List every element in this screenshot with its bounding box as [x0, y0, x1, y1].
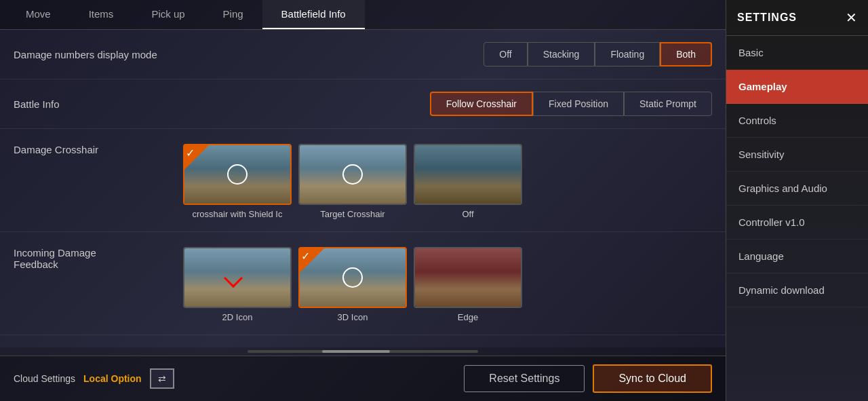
top-tabs: Move Items Pick up Ping Battlefield Info — [0, 0, 726, 30]
battle-info-label: Battle Info — [14, 98, 163, 110]
settings-body: Damage numbers display mode Off Stacking… — [0, 30, 726, 347]
tab-ping[interactable]: Ping — [204, 0, 262, 29]
tab-items[interactable]: Items — [70, 0, 133, 29]
sync-cloud-button[interactable]: Sync to Cloud — [593, 364, 712, 393]
sidebar-item-controls[interactable]: Controls — [726, 104, 868, 138]
local-option-label: Local Option — [83, 373, 142, 384]
damage-floating-btn[interactable]: Floating — [595, 42, 660, 66]
crosshair-card-off[interactable]: Off — [414, 144, 522, 219]
game-bg-3 — [415, 145, 521, 204]
sidebar-item-gameplay[interactable]: Gameplay — [726, 70, 868, 104]
damage-crosshair-label: Damage Crosshair — [14, 144, 163, 155]
sidebar-header: SETTINGS ✕ — [726, 0, 868, 36]
sidebar-title: SETTINGS — [737, 12, 797, 24]
crosshair-img-target — [298, 144, 407, 205]
fixed-position-btn[interactable]: Fixed Position — [533, 92, 624, 116]
game-bg-6 — [415, 248, 521, 307]
sidebar-item-basic[interactable]: Basic — [726, 36, 868, 70]
crosshair-card-shield[interactable]: ✓ crosshair with Shield Ic — [183, 144, 292, 219]
tab-move[interactable]: Move — [7, 0, 70, 29]
damage-img-3d: ✓ — [298, 247, 407, 308]
scroll-bar-track — [248, 350, 478, 353]
sidebar: SETTINGS ✕ Basic Gameplay Controls Sensi… — [726, 0, 868, 401]
crosshair-card-target[interactable]: Target Crosshair — [298, 144, 407, 219]
sidebar-item-dynamic-download[interactable]: Dynamic download — [726, 273, 868, 307]
crosshair-img-off — [414, 144, 522, 205]
tab-pickup[interactable]: Pick up — [132, 0, 203, 29]
crosshair-label-target: Target Crosshair — [320, 209, 384, 219]
red-arrow-indicator — [224, 269, 243, 288]
damage-card-2d[interactable]: 2D Icon — [183, 247, 292, 322]
sidebar-item-graphics-audio[interactable]: Graphics and Audio — [726, 172, 868, 206]
damage-off-btn[interactable]: Off — [484, 42, 527, 66]
crosshair-3d — [342, 267, 363, 288]
tab-battlefield-info[interactable]: Battlefield Info — [262, 0, 365, 29]
damage-both-btn[interactable]: Both — [660, 42, 712, 66]
sidebar-item-sensitivity[interactable]: Sensitivity — [726, 138, 868, 172]
sidebar-item-controller[interactable]: Controller v1.0 — [726, 206, 868, 240]
damage-label-edge: Edge — [458, 312, 478, 322]
damage-display-row: Damage numbers display mode Off Stacking… — [0, 30, 726, 79]
game-bg-2 — [300, 145, 406, 204]
scroll-bar-thumb[interactable] — [322, 350, 390, 353]
incoming-damage-label: Incoming Damage Feedback — [14, 247, 163, 270]
damage-label-2d: 2D Icon — [222, 312, 253, 322]
reset-settings-button[interactable]: Reset Settings — [464, 365, 585, 392]
game-bg-1 — [184, 145, 290, 204]
damage-img-2d — [183, 247, 292, 308]
crosshair-label-off: Off — [462, 209, 473, 219]
crosshair-img-shield: ✓ — [183, 144, 292, 205]
incoming-damage-cards: 2D Icon ✓ 3D Icon Edge — [183, 247, 522, 322]
scroll-bar-container — [0, 347, 726, 356]
main-content: Move Items Pick up Ping Battlefield Info… — [0, 0, 726, 401]
game-bg-4 — [184, 248, 290, 307]
bottom-bar: Cloud Settings Local Option ⇄ Reset Sett… — [0, 356, 726, 401]
battle-info-toggle-group: Follow Crosshair Fixed Position Static P… — [430, 92, 712, 116]
sidebar-item-language[interactable]: Language — [726, 240, 868, 273]
damage-display-label: Damage numbers display mode — [14, 49, 163, 60]
battle-info-row: Battle Info Follow Crosshair Fixed Posit… — [0, 79, 726, 129]
damage-stacking-btn[interactable]: Stacking — [528, 42, 595, 66]
damage-display-toggle-group: Off Stacking Floating Both — [484, 42, 712, 66]
incoming-damage-row: Incoming Damage Feedback 2D Icon — [0, 232, 726, 335]
close-icon[interactable]: ✕ — [846, 9, 857, 26]
crosshair-circle-2 — [342, 164, 363, 185]
damage-label-3d: 3D Icon — [338, 312, 368, 322]
follow-crosshair-btn[interactable]: Follow Crosshair — [430, 92, 533, 116]
damage-card-edge[interactable]: Edge — [414, 247, 522, 322]
damage-card-3d[interactable]: ✓ 3D Icon — [298, 247, 407, 322]
game-bg-5 — [300, 248, 406, 307]
damage-crosshair-cards: ✓ crosshair with Shield Ic Target Crossh… — [183, 144, 522, 219]
static-prompt-btn[interactable]: Static Prompt — [624, 92, 712, 116]
crosshair-circle — [227, 164, 248, 185]
damage-crosshair-row: Damage Crosshair ✓ crosshair with Shield… — [0, 129, 726, 232]
damage-img-edge — [414, 247, 522, 308]
cloud-settings-label: Cloud Settings — [14, 373, 75, 384]
transfer-icon[interactable]: ⇄ — [150, 368, 174, 389]
crosshair-label-shield: crosshair with Shield Ic — [193, 209, 283, 219]
